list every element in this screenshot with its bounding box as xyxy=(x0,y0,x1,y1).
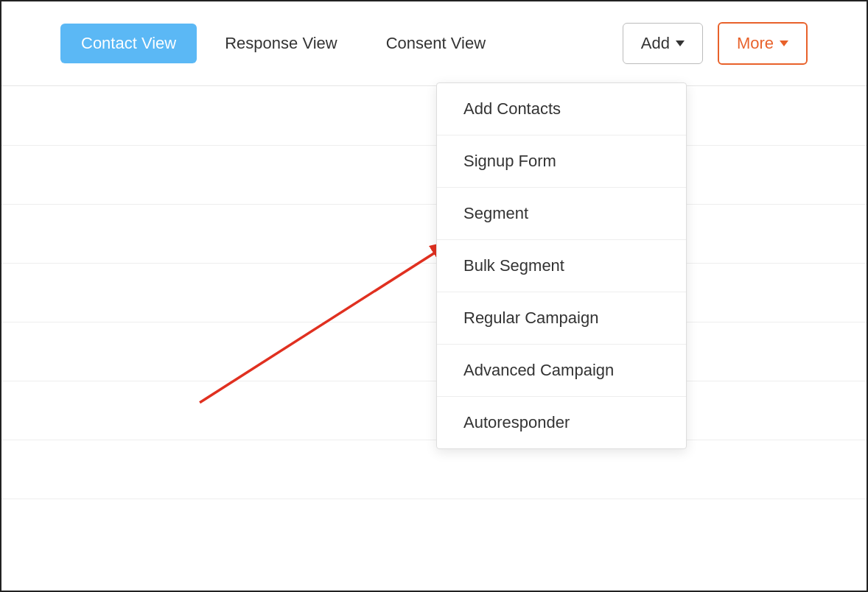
background-lines xyxy=(1,86,867,590)
chevron-down-icon xyxy=(676,40,685,46)
bg-line-2 xyxy=(1,204,867,205)
bg-line-7 xyxy=(1,498,867,499)
tab-consent-view[interactable]: Consent View xyxy=(365,24,506,63)
dropdown-item-regular-campaign[interactable]: Regular Campaign xyxy=(437,292,686,345)
dropdown-menu: Add Contacts Signup Form Segment Bulk Se… xyxy=(436,82,687,449)
tab-contact-view[interactable]: Contact View xyxy=(60,24,197,63)
more-button-label: More xyxy=(737,34,774,53)
bg-line-1 xyxy=(1,145,867,146)
bg-line-6 xyxy=(1,440,867,440)
bg-line-4 xyxy=(1,322,867,323)
add-button-label: Add xyxy=(641,34,670,53)
content-area xyxy=(1,86,867,590)
dropdown-item-bulk-segment[interactable]: Bulk Segment xyxy=(437,240,686,292)
bg-line-5 xyxy=(1,381,867,381)
dropdown-item-add-contacts[interactable]: Add Contacts xyxy=(437,83,686,135)
tab-response-view[interactable]: Response View xyxy=(204,24,357,63)
more-button[interactable]: More xyxy=(718,22,808,65)
add-button[interactable]: Add xyxy=(623,23,703,64)
dropdown-item-advanced-campaign[interactable]: Advanced Campaign xyxy=(437,345,686,397)
dropdown-item-segment[interactable]: Segment xyxy=(437,188,686,240)
dropdown-item-signup-form[interactable]: Signup Form xyxy=(437,135,686,188)
bg-line-3 xyxy=(1,263,867,264)
dropdown-item-autoresponder[interactable]: Autoresponder xyxy=(437,397,686,448)
chevron-down-orange-icon xyxy=(780,40,788,46)
toolbar: Contact View Response View Consent View … xyxy=(1,1,867,86)
